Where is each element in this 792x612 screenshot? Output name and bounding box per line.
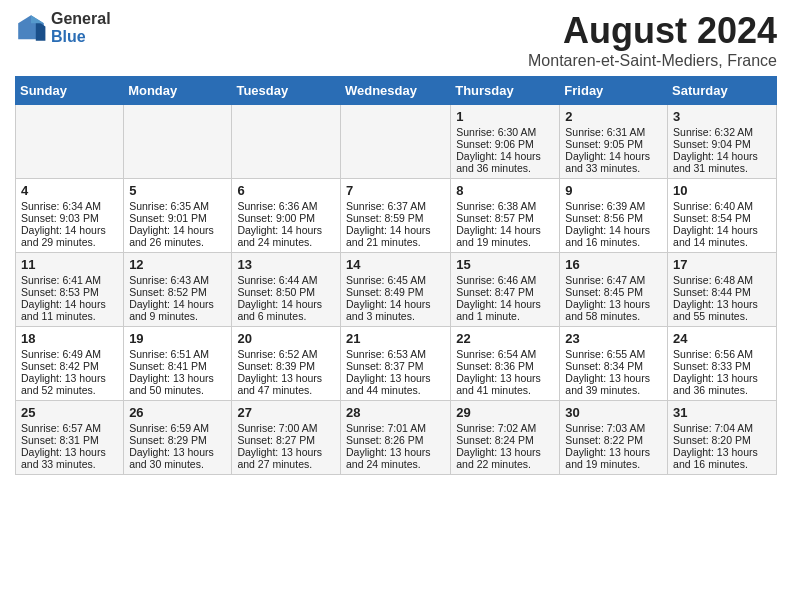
day-info: Daylight: 14 hours <box>565 150 662 162</box>
day-info: Sunrise: 6:52 AM <box>237 348 335 360</box>
day-info: Sunrise: 6:59 AM <box>129 422 226 434</box>
day-info: and 6 minutes. <box>237 310 335 322</box>
day-info: Daylight: 13 hours <box>346 372 445 384</box>
day-info: Sunrise: 7:01 AM <box>346 422 445 434</box>
day-number: 5 <box>129 183 226 198</box>
day-info: and 22 minutes. <box>456 458 554 470</box>
day-info: Daylight: 13 hours <box>565 298 662 310</box>
day-info: Sunset: 8:47 PM <box>456 286 554 298</box>
day-cell: 16Sunrise: 6:47 AMSunset: 8:45 PMDayligh… <box>560 253 668 327</box>
day-info: Sunset: 8:49 PM <box>346 286 445 298</box>
logo-blue: Blue <box>51 28 111 46</box>
day-info: and 44 minutes. <box>346 384 445 396</box>
day-info: Daylight: 13 hours <box>456 446 554 458</box>
day-info: Sunset: 8:34 PM <box>565 360 662 372</box>
day-info: Daylight: 14 hours <box>129 298 226 310</box>
day-number: 3 <box>673 109 771 124</box>
day-cell: 20Sunrise: 6:52 AMSunset: 8:39 PMDayligh… <box>232 327 341 401</box>
day-info: Sunrise: 6:34 AM <box>21 200 118 212</box>
day-info: Sunset: 8:37 PM <box>346 360 445 372</box>
day-number: 12 <box>129 257 226 272</box>
day-info: Sunrise: 6:49 AM <box>21 348 118 360</box>
day-header-monday: Monday <box>124 77 232 105</box>
day-number: 18 <box>21 331 118 346</box>
day-info: and 33 minutes. <box>565 162 662 174</box>
day-cell: 28Sunrise: 7:01 AMSunset: 8:26 PMDayligh… <box>340 401 450 475</box>
day-cell <box>16 105 124 179</box>
day-cell <box>124 105 232 179</box>
day-info: Daylight: 13 hours <box>237 372 335 384</box>
day-info: Daylight: 14 hours <box>21 298 118 310</box>
day-info: and 55 minutes. <box>673 310 771 322</box>
day-info: Sunrise: 7:03 AM <box>565 422 662 434</box>
day-info: Sunrise: 6:36 AM <box>237 200 335 212</box>
day-info: Daylight: 13 hours <box>21 372 118 384</box>
day-info: Sunset: 8:20 PM <box>673 434 771 446</box>
day-info: Daylight: 13 hours <box>565 446 662 458</box>
day-number: 10 <box>673 183 771 198</box>
day-info: Daylight: 14 hours <box>456 298 554 310</box>
day-info: and 58 minutes. <box>565 310 662 322</box>
day-info: Daylight: 14 hours <box>237 224 335 236</box>
day-cell: 15Sunrise: 6:46 AMSunset: 8:47 PMDayligh… <box>451 253 560 327</box>
day-info: Sunrise: 6:41 AM <box>21 274 118 286</box>
day-header-saturday: Saturday <box>668 77 777 105</box>
day-info: Sunrise: 6:32 AM <box>673 126 771 138</box>
day-info: Sunrise: 6:47 AM <box>565 274 662 286</box>
day-info: and 9 minutes. <box>129 310 226 322</box>
day-info: and 19 minutes. <box>565 458 662 470</box>
day-info: Sunset: 8:54 PM <box>673 212 771 224</box>
day-info: Daylight: 13 hours <box>673 446 771 458</box>
day-cell: 8Sunrise: 6:38 AMSunset: 8:57 PMDaylight… <box>451 179 560 253</box>
day-cell: 31Sunrise: 7:04 AMSunset: 8:20 PMDayligh… <box>668 401 777 475</box>
day-number: 9 <box>565 183 662 198</box>
day-info: Sunset: 9:03 PM <box>21 212 118 224</box>
day-info: Daylight: 14 hours <box>21 224 118 236</box>
day-info: Sunrise: 6:55 AM <box>565 348 662 360</box>
day-info: Sunrise: 7:00 AM <box>237 422 335 434</box>
day-info: Sunrise: 6:48 AM <box>673 274 771 286</box>
day-info: Sunset: 8:22 PM <box>565 434 662 446</box>
day-info: Sunrise: 7:04 AM <box>673 422 771 434</box>
day-info: Sunset: 9:00 PM <box>237 212 335 224</box>
day-info: Sunset: 8:36 PM <box>456 360 554 372</box>
day-cell: 9Sunrise: 6:39 AMSunset: 8:56 PMDaylight… <box>560 179 668 253</box>
day-header-wednesday: Wednesday <box>340 77 450 105</box>
day-number: 21 <box>346 331 445 346</box>
day-cell: 10Sunrise: 6:40 AMSunset: 8:54 PMDayligh… <box>668 179 777 253</box>
day-number: 27 <box>237 405 335 420</box>
day-info: Sunrise: 6:56 AM <box>673 348 771 360</box>
day-info: Daylight: 14 hours <box>673 150 771 162</box>
day-cell: 25Sunrise: 6:57 AMSunset: 8:31 PMDayligh… <box>16 401 124 475</box>
day-info: Sunrise: 7:02 AM <box>456 422 554 434</box>
day-cell: 13Sunrise: 6:44 AMSunset: 8:50 PMDayligh… <box>232 253 341 327</box>
day-number: 26 <box>129 405 226 420</box>
day-info: Sunset: 8:57 PM <box>456 212 554 224</box>
day-info: and 19 minutes. <box>456 236 554 248</box>
day-info: Sunset: 8:41 PM <box>129 360 226 372</box>
day-header-tuesday: Tuesday <box>232 77 341 105</box>
day-info: Sunrise: 6:35 AM <box>129 200 226 212</box>
day-info: and 30 minutes. <box>129 458 226 470</box>
week-row-3: 11Sunrise: 6:41 AMSunset: 8:53 PMDayligh… <box>16 253 777 327</box>
day-cell: 23Sunrise: 6:55 AMSunset: 8:34 PMDayligh… <box>560 327 668 401</box>
day-info: and 33 minutes. <box>21 458 118 470</box>
day-number: 8 <box>456 183 554 198</box>
day-number: 2 <box>565 109 662 124</box>
day-cell: 3Sunrise: 6:32 AMSunset: 9:04 PMDaylight… <box>668 105 777 179</box>
day-cell: 19Sunrise: 6:51 AMSunset: 8:41 PMDayligh… <box>124 327 232 401</box>
day-info: Sunset: 9:05 PM <box>565 138 662 150</box>
day-number: 20 <box>237 331 335 346</box>
day-number: 23 <box>565 331 662 346</box>
day-info: Daylight: 13 hours <box>21 446 118 458</box>
day-info: Daylight: 14 hours <box>456 224 554 236</box>
day-info: Sunrise: 6:37 AM <box>346 200 445 212</box>
day-info: Sunrise: 6:57 AM <box>21 422 118 434</box>
day-info: and 47 minutes. <box>237 384 335 396</box>
day-info: Sunset: 8:39 PM <box>237 360 335 372</box>
day-header-thursday: Thursday <box>451 77 560 105</box>
day-info: Daylight: 14 hours <box>673 224 771 236</box>
day-cell: 18Sunrise: 6:49 AMSunset: 8:42 PMDayligh… <box>16 327 124 401</box>
day-info: Sunset: 8:42 PM <box>21 360 118 372</box>
day-cell: 27Sunrise: 7:00 AMSunset: 8:27 PMDayligh… <box>232 401 341 475</box>
